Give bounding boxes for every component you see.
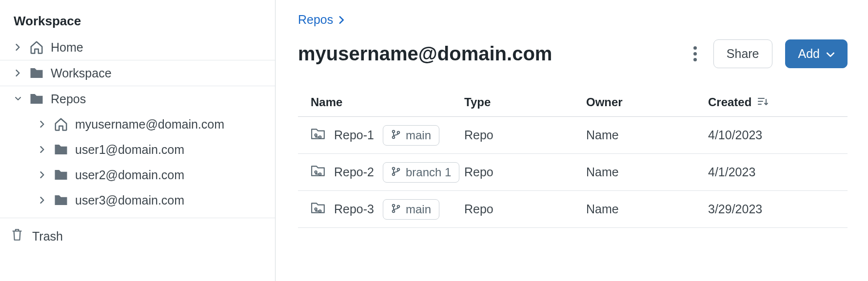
table-header: Name Type Owner Created	[298, 88, 848, 117]
chevron-right-icon[interactable]	[38, 171, 47, 178]
branch-label: main	[406, 129, 431, 142]
home-icon	[54, 117, 68, 131]
kebab-menu-button[interactable]	[690, 42, 701, 65]
sidebar: Workspace Home Workspace Repos myusernam…	[0, 0, 276, 281]
cell-created: 4/10/2023	[708, 128, 835, 142]
sidebar-item-label: Repos	[51, 92, 86, 106]
th-created-label: Created	[708, 95, 751, 109]
sidebar-item-repo-user[interactable]: myusername@domain.com	[0, 112, 275, 137]
chevron-right-icon[interactable]	[38, 197, 47, 204]
sidebar-item-label: user1@domain.com	[75, 143, 184, 157]
share-button[interactable]: Share	[713, 39, 772, 68]
sidebar-item-repo-user[interactable]: user2@domain.com	[0, 162, 275, 187]
chevron-down-icon[interactable]	[14, 95, 22, 102]
cell-owner: Name	[586, 165, 708, 179]
chevron-right-icon[interactable]	[38, 121, 47, 128]
sidebar-item-trash[interactable]: Trash	[0, 218, 275, 254]
sidebar-item-label: Workspace	[51, 66, 112, 80]
add-button[interactable]: Add	[785, 39, 848, 68]
cell-owner: Name	[586, 128, 708, 142]
breadcrumb-link-repos[interactable]: Repos	[298, 13, 333, 27]
branch-chip[interactable]: main	[383, 125, 439, 146]
folder-icon	[54, 168, 68, 182]
folder-icon	[54, 193, 68, 207]
sidebar-item-label: user3@domain.com	[75, 193, 184, 207]
table-row[interactable]: Repo-3 main Repo Name 3/29/2023	[298, 191, 848, 228]
sidebar-item-label: user2@domain.com	[75, 168, 184, 182]
branch-icon	[391, 129, 401, 142]
button-label: Add	[798, 47, 820, 61]
th-owner[interactable]: Owner	[586, 95, 708, 109]
title-row: myusername@domain.com Share Add	[298, 39, 848, 68]
sidebar-header: Workspace	[0, 0, 275, 35]
chevron-right-icon[interactable]	[14, 70, 22, 76]
chevron-right-icon[interactable]	[14, 44, 22, 51]
sidebar-item-label: myusername@domain.com	[75, 117, 224, 131]
cell-created: 4/1/2023	[708, 165, 835, 179]
repo-table: Name Type Owner Created Repo-1 main Repo…	[298, 88, 848, 228]
table-row[interactable]: Repo-2 branch 1 Repo Name 4/1/2023	[298, 154, 848, 191]
sort-icon	[757, 95, 768, 109]
branch-label: branch 1	[406, 166, 451, 179]
chevron-right-icon	[339, 13, 345, 27]
sidebar-item-repos[interactable]: Repos	[0, 86, 275, 112]
repo-icon	[311, 165, 325, 180]
cell-type: Repo	[464, 165, 586, 179]
repo-name[interactable]: Repo-1	[334, 128, 374, 142]
sidebar-item-repo-user[interactable]: user3@domain.com	[0, 187, 275, 213]
folder-icon	[29, 66, 44, 80]
folder-icon	[29, 92, 44, 106]
branch-label: main	[406, 203, 431, 216]
folder-icon	[54, 142, 68, 157]
page-title: myusername@domain.com	[298, 43, 552, 65]
branch-icon	[391, 166, 401, 179]
th-name[interactable]: Name	[311, 95, 464, 109]
th-created[interactable]: Created	[708, 95, 835, 109]
repo-name[interactable]: Repo-2	[334, 165, 374, 179]
title-actions: Share Add	[690, 39, 848, 68]
table-row[interactable]: Repo-1 main Repo Name 4/10/2023	[298, 117, 848, 154]
cell-name: Repo-2 branch 1	[311, 162, 464, 183]
branch-icon	[391, 203, 401, 216]
sidebar-item-label: Home	[51, 40, 83, 55]
cell-owner: Name	[586, 202, 708, 216]
repo-icon	[311, 202, 325, 217]
chevron-right-icon[interactable]	[38, 146, 47, 153]
cell-created: 3/29/2023	[708, 202, 835, 216]
button-label: Share	[727, 47, 759, 61]
sidebar-item-workspace[interactable]: Workspace	[0, 60, 275, 86]
sidebar-item-repo-user[interactable]: user1@domain.com	[0, 137, 275, 162]
cell-name: Repo-3 main	[311, 199, 464, 220]
cell-type: Repo	[464, 202, 586, 216]
sidebar-item-home[interactable]: Home	[0, 35, 275, 60]
th-type[interactable]: Type	[464, 95, 586, 109]
sidebar-item-label: Trash	[32, 229, 63, 244]
repo-name[interactable]: Repo-3	[334, 202, 374, 216]
cell-name: Repo-1 main	[311, 125, 464, 146]
cell-type: Repo	[464, 128, 586, 142]
trash-icon	[11, 228, 23, 244]
branch-chip[interactable]: branch 1	[383, 162, 459, 183]
repo-icon	[311, 128, 325, 143]
breadcrumb: Repos	[298, 13, 848, 27]
home-icon	[29, 40, 44, 55]
chevron-down-icon	[827, 47, 834, 61]
branch-chip[interactable]: main	[383, 199, 439, 220]
main-content: Repos myusername@domain.com Share Add Na…	[276, 0, 868, 281]
